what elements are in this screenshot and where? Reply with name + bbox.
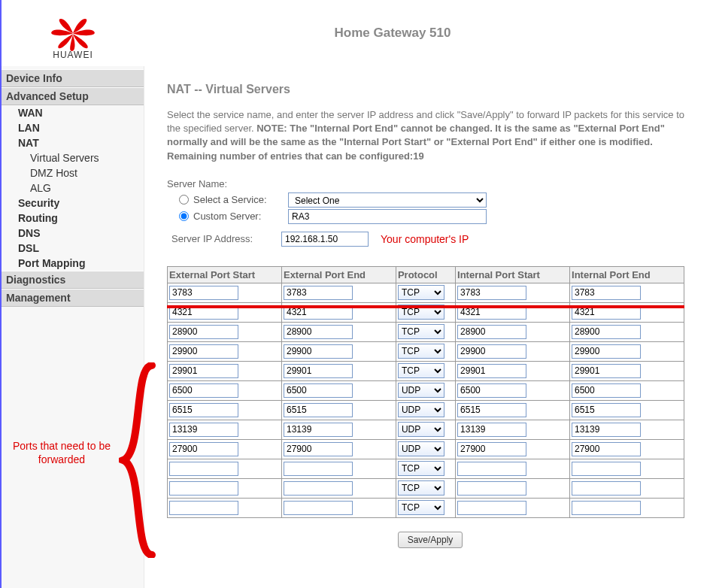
port-input[interactable] xyxy=(169,481,238,496)
port-input[interactable] xyxy=(572,501,641,515)
port-input[interactable] xyxy=(572,286,641,300)
protocol-select[interactable]: TCPUDPTCP/UDP xyxy=(398,324,444,339)
port-table: External Port StartExternal Port EndProt… xyxy=(167,266,684,518)
port-input[interactable] xyxy=(284,462,353,476)
port-input[interactable] xyxy=(169,383,238,398)
nav-section[interactable]: Advanced Setup xyxy=(2,87,144,105)
port-input[interactable] xyxy=(572,383,641,398)
port-input[interactable] xyxy=(457,403,526,417)
nav-section[interactable]: Diagnostics xyxy=(2,271,144,289)
port-input[interactable] xyxy=(284,481,353,496)
protocol-select[interactable]: TCPUDPTCP/UDP xyxy=(398,461,444,476)
column-header: Internal Port End xyxy=(570,266,684,283)
protocol-select[interactable]: TCPUDPTCP/UDP xyxy=(398,402,444,417)
nav-item[interactable]: DSL xyxy=(2,241,144,256)
protocol-select[interactable]: TCPUDPTCP/UDP xyxy=(398,480,444,496)
nav-item[interactable]: LAN xyxy=(2,120,144,135)
header: HUAWEI Home Gateway 510 xyxy=(2,0,716,66)
port-input[interactable] xyxy=(169,403,238,417)
nav-subitem[interactable]: ALG xyxy=(2,180,144,195)
nav-subitem[interactable]: DMZ Host xyxy=(2,165,144,180)
port-input[interactable] xyxy=(284,325,353,339)
nav-section[interactable]: Device Info xyxy=(2,69,144,87)
port-input[interactable] xyxy=(572,364,641,378)
table-row: TCPUDPTCP/UDP xyxy=(168,322,684,341)
remaining-entries: Remaining number of entries that can be … xyxy=(167,150,424,162)
port-input[interactable] xyxy=(284,403,353,417)
port-input[interactable] xyxy=(284,423,353,437)
port-input[interactable] xyxy=(284,442,353,456)
port-input[interactable] xyxy=(169,501,238,515)
port-input[interactable] xyxy=(169,462,238,476)
nav-item[interactable]: WAN xyxy=(2,105,144,120)
port-input[interactable] xyxy=(284,383,353,398)
nav-subitem[interactable]: Virtual Servers xyxy=(2,150,144,165)
select-service-dropdown[interactable]: Select One xyxy=(288,192,487,208)
protocol-select[interactable]: TCPUDPTCP/UDP xyxy=(398,344,444,359)
protocol-select[interactable]: TCPUDPTCP/UDP xyxy=(398,441,444,456)
table-row: TCPUDPTCP/UDP xyxy=(168,400,684,420)
port-input[interactable] xyxy=(169,325,238,339)
port-input[interactable] xyxy=(284,501,353,515)
nav-section[interactable]: Management xyxy=(2,289,144,307)
protocol-select[interactable]: TCPUDPTCP/UDP xyxy=(398,500,444,515)
port-input[interactable] xyxy=(457,462,526,476)
column-header: External Port End xyxy=(281,266,396,283)
port-input[interactable] xyxy=(457,481,526,496)
page-title: Home Gateway 510 xyxy=(144,26,716,41)
port-input[interactable] xyxy=(457,423,526,437)
port-input[interactable] xyxy=(169,286,238,300)
port-input[interactable] xyxy=(572,481,641,496)
port-input[interactable] xyxy=(284,286,353,300)
table-row: TCPUDPTCP/UDP xyxy=(168,478,684,498)
port-input[interactable] xyxy=(169,442,238,456)
port-input[interactable] xyxy=(457,344,526,359)
main-content: NAT -- Virtual Servers Select the servic… xyxy=(144,66,716,588)
protocol-select[interactable]: TCPUDPTCP/UDP xyxy=(398,363,444,378)
brand-logo: HUAWEI xyxy=(2,6,144,60)
port-input[interactable] xyxy=(572,442,641,456)
port-input[interactable] xyxy=(572,423,641,437)
select-service-label: Select a Service: xyxy=(193,194,288,205)
sidebar: Device InfoAdvanced SetupWANLANNATVirtua… xyxy=(2,66,144,588)
protocol-select[interactable]: TCPUDPTCP/UDP xyxy=(398,285,444,300)
nav-item[interactable]: DNS xyxy=(2,226,144,241)
table-row: TCPUDPTCP/UDP xyxy=(168,380,684,400)
port-input[interactable] xyxy=(169,423,238,437)
huawei-logo-icon xyxy=(47,15,99,51)
annotation-ports-label: Ports that need to be forwarded xyxy=(8,439,116,466)
port-input[interactable] xyxy=(572,403,641,417)
port-input[interactable] xyxy=(572,344,641,359)
annotation-first-row-highlight xyxy=(167,305,684,308)
port-input[interactable] xyxy=(457,325,526,339)
table-row: TCPUDPTCP/UDP xyxy=(168,459,684,478)
port-input[interactable] xyxy=(457,383,526,398)
port-input[interactable] xyxy=(457,501,526,515)
server-ip-input[interactable] xyxy=(281,232,369,247)
nav-item[interactable]: Port Mapping xyxy=(2,256,144,271)
port-input[interactable] xyxy=(169,364,238,378)
port-input[interactable] xyxy=(457,286,526,300)
nav-item[interactable]: NAT xyxy=(2,135,144,150)
custom-server-input[interactable] xyxy=(288,209,487,224)
port-input[interactable] xyxy=(457,364,526,378)
save-apply-button[interactable]: Save/Apply xyxy=(398,532,463,548)
protocol-select[interactable]: TCPUDPTCP/UDP xyxy=(398,383,444,398)
table-row: TCPUDPTCP/UDP xyxy=(168,498,684,517)
port-input[interactable] xyxy=(457,442,526,456)
protocol-select[interactable]: TCPUDPTCP/UDP xyxy=(398,422,444,437)
table-row: TCPUDPTCP/UDP xyxy=(168,283,684,302)
port-input[interactable] xyxy=(572,325,641,339)
port-input[interactable] xyxy=(284,344,353,359)
port-input[interactable] xyxy=(169,344,238,359)
column-header: Internal Port Start xyxy=(456,266,570,283)
port-input[interactable] xyxy=(284,364,353,378)
port-table-wrap: External Port StartExternal Port EndProt… xyxy=(167,266,693,518)
custom-server-radio[interactable] xyxy=(179,211,189,221)
nav-item[interactable]: Routing xyxy=(2,211,144,226)
nav-item[interactable]: Security xyxy=(2,195,144,211)
port-input[interactable] xyxy=(572,462,641,476)
table-row: TCPUDPTCP/UDP xyxy=(168,341,684,361)
custom-server-label: Custom Server: xyxy=(193,211,288,222)
select-service-radio[interactable] xyxy=(179,195,189,205)
